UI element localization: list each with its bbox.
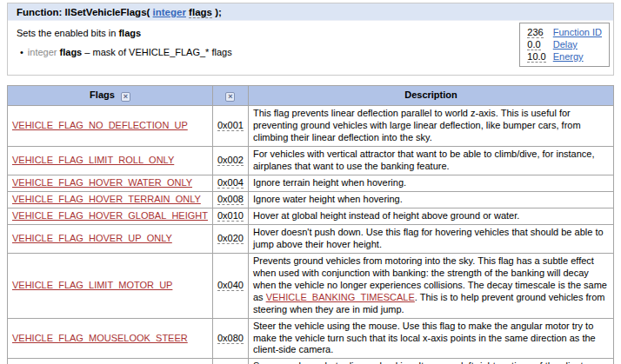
summary-text: Sets the enabled bits in <box>17 28 116 38</box>
flag-cell: VEHICLE_FLAG_HOVER_UP_ONLY <box>8 224 213 253</box>
flag-cell: VEHICLE_FLAG_MOUSELOOK_BANK <box>8 359 213 364</box>
description-cell: Ignore terrain height when hovering. <box>248 175 613 191</box>
description-cell: Hover doesn't push down. Use this flag f… <box>248 224 613 253</box>
function-header-box: Function: llSetVehicleFlags( integer fla… <box>7 3 614 76</box>
value-cell: 0x002 <box>212 146 248 175</box>
param-name: flags <box>60 47 83 57</box>
flag-value: 0x080 <box>217 333 244 344</box>
description-cell: This flag prevents linear deflection par… <box>248 106 613 147</box>
value-cell: 0x100 <box>212 359 248 364</box>
flag-cell: VEHICLE_FLAG_HOVER_WATER_ONLY <box>8 175 213 191</box>
flag-link[interactable]: VEHICLE_FLAG_LIMIT_ROLL_ONLY <box>12 155 174 165</box>
flags-column-header: Flags× <box>8 86 213 106</box>
sort-icon[interactable]: × <box>121 92 130 102</box>
energy-value: 10.0 <box>527 51 545 63</box>
function-info-box: 236 Function ID 0.0 Delay 10.0 Energy <box>519 23 610 67</box>
sort-icon[interactable]: × <box>225 92 235 102</box>
flag-link[interactable]: VEHICLE_FLAG_MOUSELOOK_STEER <box>12 333 188 343</box>
description-cell: Prevents ground vehicles from motoring i… <box>248 253 613 318</box>
description-cell: Same as above, but relies on banking. It… <box>248 359 613 364</box>
flag-cell: VEHICLE_FLAG_NO_DEFLECTION_UP <box>8 106 213 147</box>
value-cell: 0x004 <box>212 175 248 191</box>
bullet-dot: • <box>20 47 23 57</box>
function-param-name: flags <box>189 7 212 18</box>
description-cell: Hover at global height instead of height… <box>248 208 613 224</box>
param-description: – mask of VEHICLE_FLAG_* flags <box>84 47 231 57</box>
flag-cell: VEHICLE_FLAG_MOUSELOOK_STEER <box>8 318 213 359</box>
value-cell: 0x010 <box>212 208 248 224</box>
delay-value: 0.0 <box>527 39 540 50</box>
table-header-row: Flags× × Description <box>8 86 614 106</box>
flag-link[interactable]: VEHICLE_FLAG_LIMIT_MOTOR_UP <box>12 280 172 290</box>
function-id-value: 236 <box>527 27 543 38</box>
flag-cell: VEHICLE_FLAG_LIMIT_MOTOR_UP <box>8 253 213 318</box>
info-row-delay: 0.0 Delay <box>525 38 604 50</box>
flag-link[interactable]: VEHICLE_FLAG_NO_DEFLECTION_UP <box>12 120 188 130</box>
flags-header-label: Flags <box>90 89 115 100</box>
table-row: VEHICLE_FLAG_NO_DEFLECTION_UP0x001This f… <box>8 106 614 147</box>
flag-value: 0x010 <box>217 210 244 222</box>
info-row-energy: 10.0 Energy <box>525 50 604 63</box>
description-cell: Steer the vehicle using the mouse. Use t… <box>248 318 613 359</box>
table-row: VEHICLE_FLAG_MOUSELOOK_STEER0x080Steer t… <box>8 318 614 359</box>
flags-table-body: VEHICLE_FLAG_NO_DEFLECTION_UP0x001This f… <box>8 106 614 364</box>
flag-value: 0x020 <box>217 233 244 244</box>
flag-link[interactable]: VEHICLE_FLAG_HOVER_UP_ONLY <box>12 233 172 243</box>
flag-link[interactable]: VEHICLE_FLAG_HOVER_TERRAIN_ONLY <box>12 194 201 204</box>
param-list-item: •integer flags – mask of VEHICLE_FLAG_* … <box>20 47 604 57</box>
value-cell: 0x001 <box>212 106 248 147</box>
flag-cell: VEHICLE_FLAG_LIMIT_ROLL_ONLY <box>8 146 213 175</box>
param-type: integer <box>28 47 57 57</box>
energy-link[interactable]: Energy <box>553 51 584 62</box>
flag-cell: VEHICLE_FLAG_HOVER_TERRAIN_ONLY <box>8 191 213 208</box>
flag-value: 0x008 <box>217 194 244 205</box>
function-title-suffix: ); <box>215 7 222 17</box>
description-cell: For vehicles with vertical attractor tha… <box>248 146 613 175</box>
delay-link[interactable]: Delay <box>553 39 578 50</box>
value-cell: 0x040 <box>212 253 248 318</box>
integer-type-link[interactable]: integer <box>153 7 186 17</box>
function-title: Function: llSetVehicleFlags( integer fla… <box>8 3 613 21</box>
flag-value: 0x001 <box>217 120 244 131</box>
table-row: VEHICLE_FLAG_MOUSELOOK_BANK0x100Same as … <box>8 359 614 364</box>
flag-value: 0x002 <box>217 155 244 166</box>
table-row: VEHICLE_FLAG_HOVER_GLOBAL_HEIGHT0x010Hov… <box>8 208 614 224</box>
function-id-link[interactable]: Function ID <box>553 27 602 37</box>
value-column-header: × <box>212 86 248 106</box>
table-row: VEHICLE_FLAG_LIMIT_ROLL_ONLY0x002For veh… <box>8 146 614 175</box>
flag-cell: VEHICLE_FLAG_HOVER_GLOBAL_HEIGHT <box>8 208 213 224</box>
table-row: VEHICLE_FLAG_HOVER_UP_ONLY0x020Hover doe… <box>8 224 614 253</box>
constant-link[interactable]: VEHICLE_BANKING_TIMESCALE <box>266 292 415 302</box>
table-row: VEHICLE_FLAG_LIMIT_MOTOR_UP0x040Prevents… <box>8 253 614 318</box>
flag-link[interactable]: VEHICLE_FLAG_HOVER_WATER_ONLY <box>12 177 192 188</box>
description-column-header: Description <box>248 86 613 106</box>
flags-table: Flags× × Description VEHICLE_FLAG_NO_DEF… <box>7 85 614 364</box>
value-cell: 0x080 <box>212 318 248 359</box>
function-summary: Sets the enabled bits in flags <box>17 28 604 38</box>
table-row: VEHICLE_FLAG_HOVER_WATER_ONLY0x004Ignore… <box>8 175 614 191</box>
table-row: VEHICLE_FLAG_HOVER_TERRAIN_ONLY0x008Igno… <box>8 191 614 208</box>
summary-emphasis: flags <box>118 28 141 38</box>
function-title-prefix: Function: llSetVehicleFlags( <box>17 7 150 17</box>
flag-value: 0x040 <box>217 280 244 291</box>
value-cell: 0x020 <box>212 224 248 253</box>
flag-link[interactable]: VEHICLE_FLAG_HOVER_GLOBAL_HEIGHT <box>12 210 208 221</box>
value-cell: 0x008 <box>212 191 248 208</box>
info-row-function-id: 236 Function ID <box>525 26 604 38</box>
flag-value: 0x004 <box>217 177 244 189</box>
function-description-area: Sets the enabled bits in flags •integer … <box>8 21 613 75</box>
description-cell: Ignore water height when hovering. <box>248 191 613 208</box>
